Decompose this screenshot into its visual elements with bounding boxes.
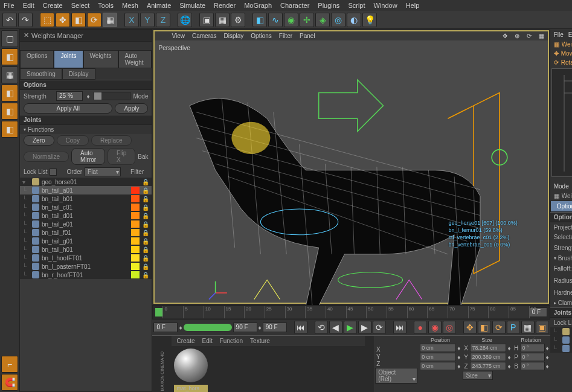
rotate-tool-icon[interactable]: ⟳	[87, 13, 101, 27]
rot-h-input[interactable]: 0 °	[521, 344, 545, 352]
object-mode-dropdown[interactable]: Object (Rel)	[375, 368, 417, 384]
goto-start-icon[interactable]: ⏮	[294, 321, 307, 334]
spinner-icon[interactable]: ♦	[546, 363, 549, 370]
obj-menu-file[interactable]: File	[554, 31, 564, 38]
render-view-icon[interactable]: ▣	[199, 13, 214, 27]
joint-row[interactable]: └bn_tail_e01🔒	[20, 220, 152, 228]
joint-row[interactable]: └bn_tail_b01🔒	[20, 194, 152, 203]
menu-create[interactable]: Create	[43, 2, 63, 9]
range-start[interactable]: 0 F	[153, 323, 178, 332]
zero-button[interactable]: Zero	[24, 135, 54, 146]
edge-mode-icon[interactable]: ◧	[1, 121, 18, 138]
attr-joints-list[interactable]: └geo_horse01└bn_tail_a01└bn_tail_b01	[550, 327, 572, 353]
joint-row[interactable]: └bn_tail_d01🔒	[20, 211, 152, 220]
hypernurbs-icon[interactable]: ✢	[300, 13, 314, 27]
mat-tab-create[interactable]: Create	[176, 338, 194, 344]
lock-list-checkbox[interactable]	[50, 169, 57, 176]
obj-menu-edit[interactable]: Edit	[568, 31, 572, 38]
tab-joints[interactable]: Joints	[54, 50, 83, 68]
keyframe-icon[interactable]: ◎	[443, 321, 456, 334]
vp-nav-icon[interactable]: ✥	[503, 33, 507, 39]
rot-b-input[interactable]: 0 °	[521, 362, 545, 370]
weight-tool-label[interactable]: Weight Tool	[562, 41, 572, 48]
tab-autoweight[interactable]: Auto Weight	[118, 50, 152, 68]
spinner-icon[interactable]: ♦	[546, 345, 549, 352]
material-name[interactable]: mat_hors	[174, 385, 208, 392]
menu-tools[interactable]: Tools	[98, 2, 114, 9]
vp-layout-icon[interactable]: ▦	[539, 33, 544, 39]
vp-menu-cameras[interactable]: Cameras	[192, 33, 217, 39]
joint-row[interactable]: └bn_tail_g01🔒	[20, 237, 152, 245]
spinner-icon[interactable]: ♦	[507, 363, 510, 370]
spinner-icon[interactable]: ♦	[457, 363, 460, 370]
point-mode-icon[interactable]: ◧	[1, 103, 18, 120]
tab-weights[interactable]: Weights	[83, 50, 118, 68]
spinner-icon[interactable]: ♦	[457, 354, 460, 361]
material-preview[interactable]	[174, 349, 208, 382]
tab-options[interactable]: Options	[20, 50, 54, 68]
step-fwd-icon[interactable]: ▶	[358, 321, 371, 334]
brush-header[interactable]: Brush	[550, 254, 572, 263]
undo-icon[interactable]: ↶	[2, 13, 17, 27]
key-all-icon[interactable]: ▦	[521, 321, 535, 334]
model-mode-icon[interactable]: ◧	[1, 48, 18, 65]
menu-script[interactable]: Script	[348, 2, 365, 9]
mat-tab-function[interactable]: Function	[220, 338, 243, 344]
spinner-icon[interactable]: ♦	[179, 324, 182, 331]
functions-header[interactable]: Functions	[20, 125, 152, 134]
pos-y-input[interactable]: 0 cm	[420, 353, 456, 361]
rot-p-input[interactable]: 0 °	[521, 353, 545, 361]
pos-x-input[interactable]: 0 cm	[420, 344, 456, 352]
order-dropdown[interactable]: Flat	[85, 167, 121, 176]
auto-mirror-button[interactable]: Auto Mirror	[71, 148, 105, 165]
mat-tab-edit[interactable]: Edit	[202, 338, 212, 344]
axis-icon[interactable]: ⌐	[1, 356, 18, 373]
key-pos-icon[interactable]: ✥	[463, 321, 477, 334]
texture-mode-icon[interactable]: ▦	[1, 66, 18, 83]
move-tool-icon[interactable]: ✥	[56, 13, 70, 27]
size-y-input[interactable]: 200.389 cm	[470, 353, 506, 361]
move-tool-label[interactable]: Move	[561, 50, 572, 57]
vp-menu-panel[interactable]: Panel	[300, 33, 315, 39]
joint-row[interactable]: └bn_l_pasternFT01🔒	[20, 262, 152, 271]
x-axis-icon[interactable]: X	[124, 13, 139, 27]
menu-render[interactable]: Render	[214, 2, 236, 9]
joint-row[interactable]: └bn_tail_h01🔒	[20, 245, 152, 254]
key-opt-icon[interactable]: ▣	[536, 321, 549, 334]
vp-menu-options[interactable]: Options	[251, 33, 271, 39]
size-x-input[interactable]: 78.284 cm	[470, 344, 506, 352]
apply-button[interactable]: Apply	[115, 103, 148, 114]
flipx-button[interactable]: Flip X	[108, 148, 135, 165]
menu-character[interactable]: Character	[280, 2, 309, 9]
record-icon[interactable]: ●	[414, 321, 427, 334]
spinner-icon[interactable]: ♦	[85, 93, 91, 100]
menu-file[interactable]: File	[4, 2, 14, 9]
light-icon[interactable]: 💡	[362, 13, 377, 27]
snap-icon[interactable]: 🧲	[1, 374, 18, 391]
scale-tool-icon[interactable]: ◧	[71, 13, 86, 27]
cube-primitive-icon[interactable]: ◧	[252, 13, 267, 27]
play-icon[interactable]: ▶	[344, 321, 357, 334]
apply-all-button[interactable]: Apply All	[24, 103, 112, 114]
step-back-frame-icon[interactable]: ⟲	[315, 321, 328, 334]
object-hierarchy[interactable]	[551, 68, 572, 177]
attr-joint-row[interactable]: └bn_tail_a01	[550, 336, 572, 344]
viewport[interactable]: View Cameras Display Options Filter Pane…	[153, 30, 548, 304]
strength-input[interactable]: 25 %	[56, 91, 83, 101]
key-scale-icon[interactable]: ◧	[478, 321, 491, 334]
timeline-start-marker[interactable]	[155, 308, 162, 316]
menu-edit[interactable]: Edit	[23, 2, 34, 9]
step-fwd-frame-icon[interactable]: ⟳	[373, 321, 386, 334]
autokey-icon[interactable]: ◉	[428, 321, 442, 334]
range-end2[interactable]: 90 F	[263, 323, 287, 332]
replace-button[interactable]: Replace	[91, 135, 132, 146]
environment-icon[interactable]: ◎	[331, 13, 345, 27]
subtab-display[interactable]: Display	[62, 68, 95, 80]
key-rot-icon[interactable]: ⟳	[492, 321, 506, 334]
spinner-icon[interactable]: ♦	[457, 345, 460, 352]
vp-zoom-icon[interactable]: ⊕	[515, 33, 519, 39]
pos-z-input[interactable]: 0 cm	[420, 362, 456, 370]
vp-menu-display[interactable]: Display	[224, 33, 244, 39]
select-tool-icon[interactable]: ⬚	[40, 13, 54, 27]
range-end[interactable]: 90 F	[233, 323, 257, 332]
